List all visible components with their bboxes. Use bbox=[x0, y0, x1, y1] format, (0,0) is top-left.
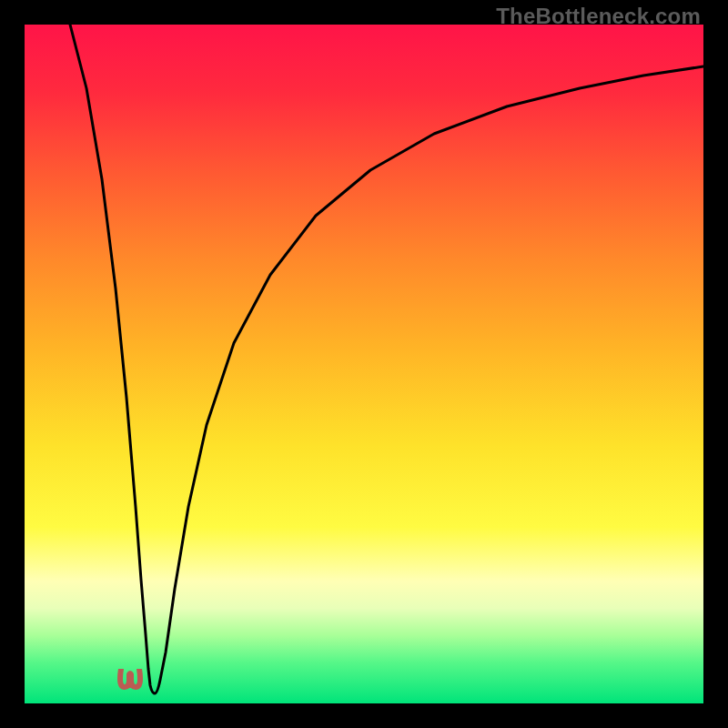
curve-path bbox=[70, 25, 703, 693]
valley-marker-shape bbox=[120, 669, 140, 687]
chart-frame: TheBottleneck.com bbox=[0, 0, 728, 728]
valley-marker bbox=[117, 669, 143, 691]
bottleneck-curve bbox=[25, 25, 703, 703]
